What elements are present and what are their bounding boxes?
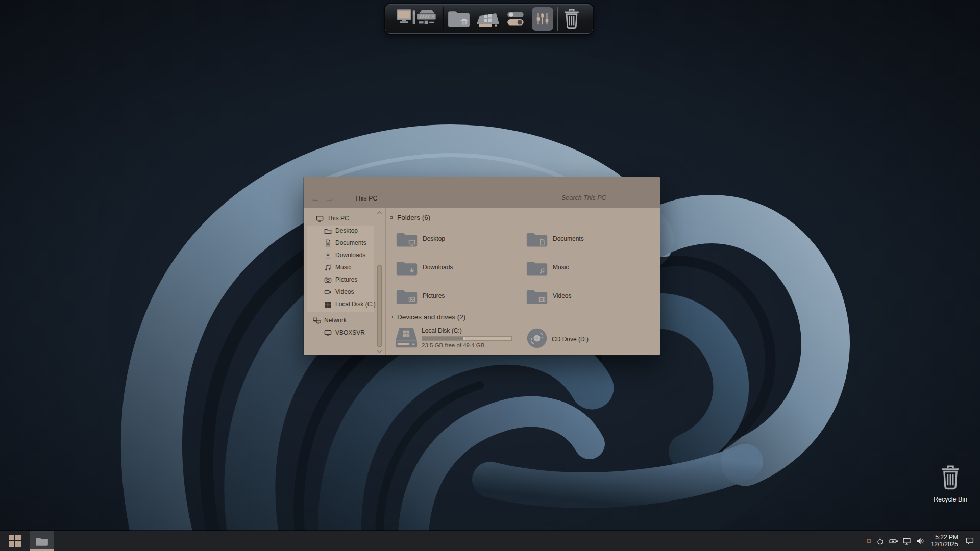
network-icon — [313, 317, 321, 324]
navigation-pane: This PC Desktop Documents Downloads Musi… — [304, 208, 385, 355]
note-overlay-icon — [538, 267, 546, 275]
trash-icon[interactable] — [562, 7, 581, 31]
document-overlay-icon — [538, 238, 546, 246]
folder-tile-documents[interactable]: Documents — [526, 228, 653, 249]
dock-group-trash — [558, 5, 585, 33]
disk-free-text: 23.5 GB free of 49.4 GB — [422, 342, 524, 348]
sidebar-scrollbar[interactable] — [376, 208, 383, 355]
folders-section-header[interactable]: Folders (6) — [390, 214, 430, 221]
clock-time: 5:22 PM — [931, 534, 958, 541]
window-titlebar[interactable]: ← → This PC — [304, 177, 660, 208]
document-icon — [324, 239, 332, 247]
music-folder-icon — [526, 258, 548, 277]
folder-tile-videos[interactable]: Videos — [526, 285, 653, 307]
documents-folder-icon — [526, 230, 548, 248]
section-collapse-marker[interactable] — [390, 216, 393, 219]
downloads-folder-icon — [396, 258, 418, 277]
recycle-bin-shortcut[interactable]: Recycle Bin — [932, 463, 969, 503]
volume-icon[interactable] — [916, 537, 924, 545]
scroll-down-icon[interactable] — [376, 348, 383, 355]
scroll-up-icon[interactable] — [376, 209, 383, 216]
download-icon — [324, 252, 332, 259]
explorer-window: ← → This PC This PC Desktop Documents — [304, 177, 660, 355]
dock-group-computer — [390, 5, 443, 33]
taskbar-clock[interactable]: 5:22 PM 12/1/2025 — [929, 534, 960, 548]
drive-label: Local Disk (C:) — [422, 327, 524, 334]
folder-icon — [324, 227, 332, 235]
os-drive-icon[interactable] — [476, 7, 500, 31]
video-icon — [324, 288, 332, 296]
dock-group-tools — [443, 5, 557, 33]
scrollbar-thumb[interactable] — [377, 265, 382, 347]
address-bar[interactable]: This PC — [355, 195, 377, 202]
hard-drive-icon[interactable] — [395, 326, 418, 349]
folder-tile-downloads[interactable]: Downloads — [396, 257, 523, 278]
toggles-icon[interactable] — [505, 7, 527, 31]
user-account-icon[interactable] — [876, 537, 885, 545]
battery-icon[interactable] — [889, 537, 898, 545]
monitor-icon — [316, 215, 324, 222]
sidebar-item-this-pc[interactable]: This PC — [316, 213, 382, 224]
folder-tile-pictures[interactable]: Pictures — [396, 285, 523, 307]
disk-usage-bar — [422, 336, 512, 341]
folder-tile-music[interactable]: Music — [526, 257, 653, 278]
music-icon — [324, 264, 332, 271]
recycle-bin-icon — [939, 463, 962, 492]
monitor-overlay-icon — [408, 238, 416, 246]
sidebar-item-network[interactable]: Network — [313, 315, 379, 326]
windows-icon — [324, 300, 332, 308]
forward-button[interactable]: → — [324, 194, 335, 204]
camera-icon — [324, 276, 332, 284]
film-overlay-icon — [538, 295, 546, 304]
network-icon[interactable] — [902, 537, 911, 545]
action-center-icon[interactable] — [965, 536, 975, 545]
window-body: This PC Desktop Documents Downloads Musi… — [304, 208, 660, 355]
devices-section-header[interactable]: Devices and drives (2) — [390, 313, 465, 321]
clock-date: 12/1/2025 — [931, 541, 958, 548]
folder-tile-desktop[interactable]: Desktop — [396, 228, 523, 249]
taskbar-file-explorer-button[interactable] — [30, 531, 54, 551]
cd-drive-icon[interactable] — [526, 327, 549, 350]
videos-folder-icon — [526, 287, 548, 305]
start-icon — [9, 535, 21, 547]
desktop-folder-icon — [396, 230, 418, 248]
arrow-down-overlay-icon — [408, 267, 416, 275]
local-disk-item[interactable]: Local Disk (C:) 23.5 GB free of 49.4 GB — [422, 327, 524, 348]
section-collapse-marker[interactable] — [390, 316, 393, 318]
cd-drive-item[interactable]: CD Drive (D:) — [552, 336, 589, 343]
folder-icon — [35, 536, 48, 546]
pictures-folder-icon — [396, 287, 418, 305]
top-dock — [385, 4, 593, 34]
tray-app-icon[interactable] — [867, 539, 871, 543]
computer-icon — [324, 329, 332, 337]
disk-usage-fill — [422, 337, 465, 340]
files-pane: Folders (6) Desktop Documents — [386, 208, 660, 355]
search-input[interactable] — [561, 191, 651, 205]
files-folder-icon[interactable] — [447, 7, 471, 31]
image-overlay-icon — [408, 295, 416, 304]
settings-sliders-icon[interactable] — [532, 7, 553, 31]
back-button[interactable]: ← — [310, 194, 321, 204]
desktop-screen: ← → This PC This PC Desktop Documents — [0, 0, 980, 551]
start-button[interactable] — [3, 531, 27, 551]
system-tray: 5:22 PM 12/1/2025 — [867, 531, 977, 551]
taskbar: 5:22 PM 12/1/2025 — [0, 531, 980, 551]
computer-workstation-icon[interactable] — [395, 7, 438, 31]
recycle-bin-label: Recycle Bin — [932, 496, 969, 503]
